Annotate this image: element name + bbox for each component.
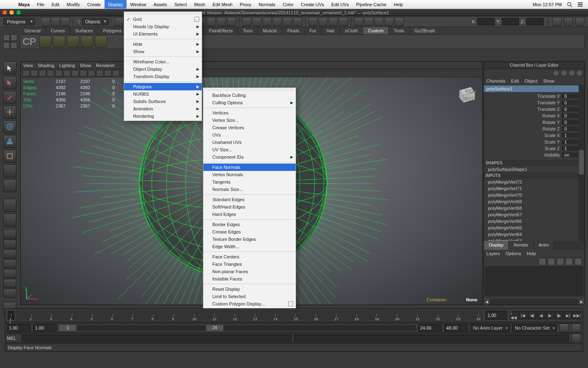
submenu-culling[interactable]: Culling Options	[203, 99, 296, 106]
h-scrollbar[interactable]: ◀▶	[484, 299, 584, 305]
input-node[interactable]: polyMergeVert63	[484, 238, 584, 241]
two-pane-h[interactable]	[3, 249, 16, 258]
move-tool[interactable]	[3, 105, 16, 119]
menu-object-display[interactable]: Object Display	[124, 65, 202, 73]
viewcube[interactable]: RIGHT BOTTOM	[455, 83, 477, 104]
step-fwd-key[interactable]: ▶|	[564, 311, 572, 319]
channel-attr[interactable]: Rotate X0	[484, 112, 584, 119]
sidebar-toggle-icon[interactable]	[575, 17, 584, 26]
shelf-button[interactable]	[53, 36, 65, 48]
channel-attr[interactable]: Translate X0	[484, 93, 584, 99]
channel-attr[interactable]: Translate Z0	[484, 106, 584, 112]
tab-render[interactable]: Render	[509, 241, 534, 250]
submenu-soft-hard-edges[interactable]: Soft/Hard Edges	[203, 203, 296, 211]
shelf-button[interactable]	[39, 36, 51, 48]
shelf-tab[interactable]: Custom	[363, 27, 389, 34]
new-scene-icon[interactable]	[41, 17, 50, 26]
menu-grid[interactable]: Grid	[124, 16, 202, 23]
shelf-tab[interactable]: GoZBrush	[410, 27, 440, 34]
input-x[interactable]	[477, 18, 494, 25]
select-tool[interactable]	[3, 61, 16, 74]
vp-menu-show[interactable]: Show	[80, 63, 91, 68]
menu-proxy[interactable]: Proxy	[236, 0, 255, 9]
menu-rendering[interactable]: Rendering	[124, 112, 202, 120]
submenu-crease-verts[interactable]: Crease Vertices	[203, 124, 296, 131]
menu-nurbs[interactable]: NURBS	[124, 90, 202, 98]
paint-select-tool[interactable]	[3, 91, 16, 104]
shelf-tab[interactable]: Tools	[389, 27, 410, 34]
two-pane-v[interactable]	[3, 259, 16, 268]
channel-attr[interactable]: Rotate Z0	[484, 126, 584, 132]
menu-assets[interactable]: Assets	[150, 0, 171, 9]
shape-node[interactable]: polySurfaceShape1	[484, 166, 584, 173]
clock[interactable]: Mon 12:57 PM	[532, 2, 562, 7]
shelf-tab[interactable]: Curves	[46, 27, 70, 34]
menu-pipeline[interactable]: Pipeline Cache	[352, 0, 390, 9]
range-handle-start[interactable]: 1	[59, 325, 76, 331]
lasso-tool[interactable]	[3, 76, 16, 89]
menu-modify[interactable]: Modify	[63, 0, 83, 9]
menu-display[interactable]: Display	[105, 0, 127, 9]
minimize-window[interactable]	[9, 10, 14, 15]
channel-attr[interactable]: Visibilityon	[484, 152, 584, 158]
menu-edit[interactable]: Edit	[48, 0, 63, 9]
open-scene-icon[interactable]	[51, 17, 60, 26]
menu-ui[interactable]: UI Elements	[124, 30, 202, 38]
menu-mesh[interactable]: Mesh	[190, 0, 209, 9]
submenu-border-edges[interactable]: Border Edges	[203, 221, 296, 228]
submenu-crease-edges[interactable]: Crease Edges	[203, 228, 296, 236]
input-node[interactable]: polyMergeVert64	[484, 231, 584, 238]
layout-icon[interactable]	[3, 279, 16, 288]
playback-start-field[interactable]: 1.00	[33, 324, 57, 332]
zoom-window[interactable]	[16, 10, 21, 15]
input-node[interactable]: polyMergeVert65	[484, 224, 584, 231]
shelf-tab[interactable]: Muscle	[258, 27, 283, 34]
layout-icon[interactable]	[3, 289, 16, 298]
submenu-edge-width[interactable]: Edge Width...	[203, 243, 296, 250]
step-fwd[interactable]: |▶	[555, 311, 563, 319]
input-z[interactable]	[526, 18, 543, 25]
shelf-button[interactable]	[67, 36, 79, 48]
submenu-backface[interactable]: Backface Culling	[203, 92, 296, 99]
submenu-uvs[interactable]: UVs	[203, 131, 296, 139]
menu-animation[interactable]: Animation	[124, 105, 202, 112]
submenu-uv-size[interactable]: UV Size...	[203, 146, 296, 153]
submenu-unshared-uvs[interactable]: Unshared UVs	[203, 139, 296, 146]
play-back[interactable]: ◀	[537, 311, 545, 319]
selection-mask-dropdown[interactable]: Objects	[82, 18, 109, 25]
menu-normals[interactable]: Normals	[255, 0, 279, 9]
channel-attr[interactable]: Translate Y0	[484, 99, 584, 106]
menu-file[interactable]: File	[33, 0, 48, 9]
submenu-hard-edges[interactable]: Hard Edges	[203, 211, 296, 218]
menu-createuvs[interactable]: Create UVs	[297, 0, 328, 9]
menu-edituvs[interactable]: Edit UVs	[328, 0, 353, 9]
single-pane[interactable]	[3, 230, 16, 239]
step-back-key[interactable]: |◀	[519, 311, 527, 319]
menu-hide[interactable]: Hide	[124, 40, 202, 48]
menuset-dropdown[interactable]: Polygons	[3, 18, 36, 25]
vp-menu-view[interactable]: View	[23, 63, 33, 68]
notification-icon[interactable]	[577, 2, 583, 7]
menu-create[interactable]: Create	[84, 0, 105, 9]
layout-icon[interactable]	[3, 269, 16, 278]
current-time-field[interactable]: 1.00	[486, 311, 507, 320]
prefs-icon[interactable]	[572, 323, 581, 332]
tool-icon[interactable]	[3, 199, 16, 212]
input-node[interactable]: polyMergeVert70	[484, 192, 584, 198]
submenu-face-normals[interactable]: Face Normals	[203, 164, 296, 171]
character-set-dropdown[interactable]: No Character Set	[512, 324, 557, 332]
submenu-tangents[interactable]: Tangents	[203, 178, 296, 186]
tab-display[interactable]: Display	[484, 241, 509, 250]
submenu-vertices[interactable]: Vertices	[203, 109, 296, 117]
shelf-tab[interactable]: Polygons	[98, 27, 127, 34]
menu-select[interactable]: Select	[171, 0, 191, 9]
range-handle-end[interactable]: 24	[206, 325, 223, 331]
menu-color[interactable]: Color	[279, 0, 297, 9]
script-editor-icon[interactable]	[572, 334, 581, 343]
go-end[interactable]: ▶▶|	[573, 311, 581, 319]
input-node[interactable]: polyMergeVert69	[484, 198, 584, 205]
shelf-tab[interactable]: Hair	[321, 27, 340, 34]
go-start[interactable]: |◀◀	[510, 311, 518, 319]
input-node[interactable]: polyMergeVert72	[484, 179, 584, 185]
input-node[interactable]: polyMergeVert71	[484, 185, 584, 192]
